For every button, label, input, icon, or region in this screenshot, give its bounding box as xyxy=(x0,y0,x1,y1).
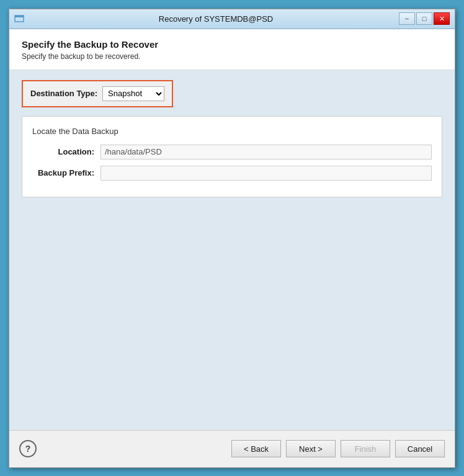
footer-right: < Back Next > Finish Cancel xyxy=(231,440,445,457)
main-window: Recovery of SYSTEMDB@PSD − □ ✕ Specify t… xyxy=(9,9,455,468)
next-button[interactable]: Next > xyxy=(286,440,336,457)
window-icon xyxy=(14,14,24,24)
minimize-button[interactable]: − xyxy=(399,12,415,25)
locate-backup-title: Locate the Data Backup xyxy=(32,127,432,136)
close-button[interactable]: ✕ xyxy=(434,12,450,25)
header-section: Specify the Backup to Recover Specify th… xyxy=(9,29,455,70)
cancel-button[interactable]: Cancel xyxy=(395,440,445,457)
back-button[interactable]: < Back xyxy=(231,440,281,457)
main-content: Destination Type: Snapshot File Backint … xyxy=(9,70,455,430)
page-title: Specify the Backup to Recover xyxy=(22,39,442,50)
help-button[interactable]: ? xyxy=(19,440,37,457)
location-row: Location: xyxy=(32,145,432,159)
location-label: Location: xyxy=(32,147,100,156)
backup-prefix-row: Backup Prefix: xyxy=(32,166,432,181)
footer: ? < Back Next > Finish Cancel xyxy=(9,430,455,467)
page-subtitle: Specify the backup to be recovered. xyxy=(22,52,442,61)
location-input[interactable] xyxy=(100,145,432,159)
finish-button[interactable]: Finish xyxy=(341,440,390,457)
content-area: Specify the Backup to Recover Specify th… xyxy=(9,29,455,467)
svg-rect-1 xyxy=(15,16,24,17)
backup-prefix-input[interactable] xyxy=(100,166,432,181)
destination-type-label: Destination Type: xyxy=(30,89,97,98)
title-bar: Recovery of SYSTEMDB@PSD − □ ✕ xyxy=(9,9,455,29)
window-controls: − □ ✕ xyxy=(399,12,450,25)
maximize-button[interactable]: □ xyxy=(416,12,432,25)
destination-type-box: Destination Type: Snapshot File Backint xyxy=(22,80,173,107)
window-title: Recovery of SYSTEMDB@PSD xyxy=(33,14,399,24)
backup-prefix-label: Backup Prefix: xyxy=(32,168,100,177)
footer-left: ? xyxy=(19,440,37,457)
destination-type-select[interactable]: Snapshot File Backint xyxy=(102,86,164,101)
locate-backup-section: Locate the Data Backup Location: Backup … xyxy=(22,116,442,197)
